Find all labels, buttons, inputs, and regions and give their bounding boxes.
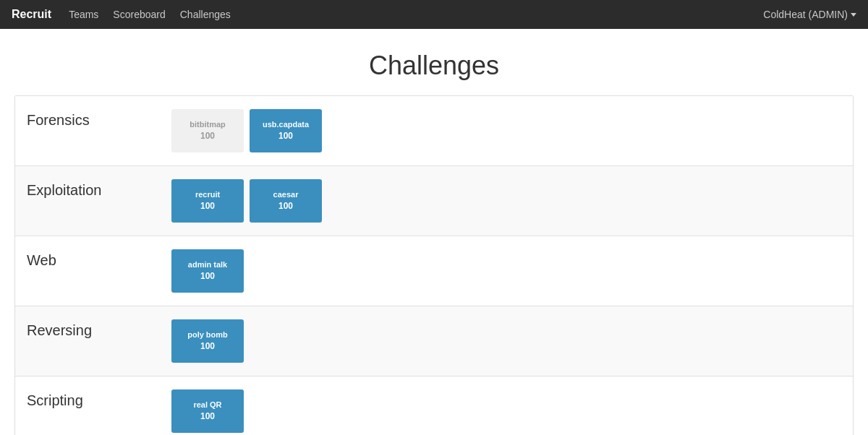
challenge-tile-points: 100 [200,130,215,142]
category-name: Exploitation [27,179,171,199]
category-row: Scriptingreal QR100 [15,376,853,435]
challenge-tile-points: 100 [200,410,215,423]
challenge-tile[interactable]: caesar100 [250,179,322,223]
challenge-tile-name: real QR [193,400,221,410]
navbar-link-challenges[interactable]: Challenges [180,9,231,20]
challenge-tile[interactable]: poly bomb100 [171,319,244,363]
navbar-link-teams[interactable]: Teams [69,9,98,20]
challenge-tile[interactable]: usb.capdata100 [250,109,322,152]
challenges-list: admin talk100 [171,249,244,293]
challenge-tile[interactable]: admin talk100 [171,249,244,293]
category-name: Web [27,249,171,269]
challenges-list: real QR100 [171,389,244,433]
navbar-links: TeamsScoreboardChallenges [69,9,231,20]
challenge-tile[interactable]: recruit100 [171,179,244,223]
page-title: Challenges [0,29,868,95]
category-row: Exploitationrecruit100caesar100 [15,166,853,236]
dropdown-caret-icon [851,13,856,17]
challenges-list: poly bomb100 [171,319,244,363]
challenge-tile-name: bitbitmap [190,119,226,130]
category-row: Reversingpoly bomb100 [15,306,853,376]
challenge-tile[interactable]: bitbitmap100 [171,109,244,152]
challenge-tile-points: 100 [200,200,215,212]
category-name: Reversing [27,319,171,339]
challenge-tile[interactable]: real QR100 [171,389,244,433]
category-row: Webadmin talk100 [15,236,853,306]
challenge-tile-name: admin talk [188,259,227,270]
navbar-user-label: ColdHeat (ADMIN) [763,9,848,20]
navbar-brand[interactable]: Recruit [12,8,51,21]
navbar: Recruit TeamsScoreboardChallenges ColdHe… [0,0,868,29]
challenge-tile-points: 100 [278,200,293,212]
category-row: Forensicsbitbitmap100usb.capdata100 [15,96,853,166]
navbar-user[interactable]: ColdHeat (ADMIN) [763,9,856,20]
navbar-link-scoreboard[interactable]: Scoreboard [113,9,165,20]
challenge-tile-name: recruit [195,189,220,200]
challenge-tile-points: 100 [200,270,215,283]
challenge-tile-points: 100 [200,340,215,353]
challenges-list: bitbitmap100usb.capdata100 [171,109,322,152]
challenge-tile-name: usb.capdata [263,119,309,130]
challenges-container: Forensicsbitbitmap100usb.capdata100Explo… [14,95,854,435]
challenge-tile-name: caesar [273,189,299,200]
category-name: Forensics [27,109,171,129]
challenge-tile-name: poly bomb [187,330,228,340]
challenges-list: recruit100caesar100 [171,179,322,223]
challenge-tile-points: 100 [278,130,293,142]
category-name: Scripting [27,389,171,409]
